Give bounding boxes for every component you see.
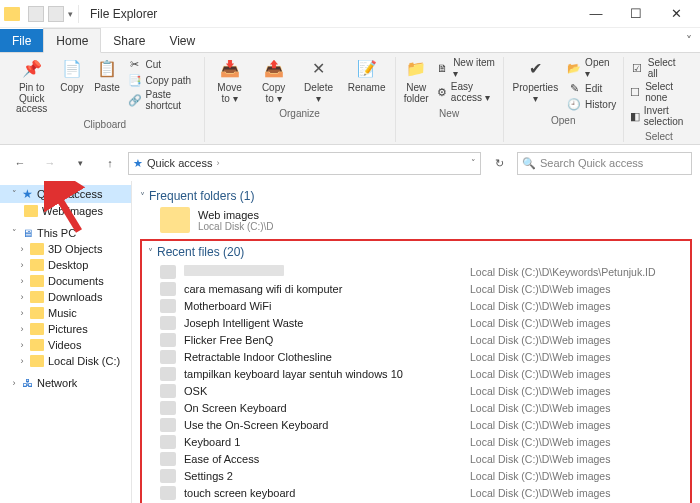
sidebar-item[interactable]: ›Documents: [0, 273, 131, 289]
recent-file-item[interactable]: Keyboard 1Local Disk (C:)\D\Web images: [148, 433, 684, 450]
sidebar-item-quick-access[interactable]: ˅★ Quick access: [0, 185, 131, 203]
group-label: New: [439, 106, 459, 119]
recent-file-item[interactable]: OSKLocal Disk (C:)\D\Web images: [148, 382, 684, 399]
close-button[interactable]: ✕: [656, 0, 696, 28]
new-item-button[interactable]: 🗎New item ▾: [437, 57, 497, 79]
ribbon-tabs: File Home Share View ˅: [0, 28, 700, 53]
qat-dropdown[interactable]: ▾: [68, 9, 73, 19]
sidebar-item[interactable]: ›Videos: [0, 337, 131, 353]
select-all-button[interactable]: ☑Select all: [630, 57, 688, 79]
group-label: Open: [551, 113, 575, 126]
recent-file-item[interactable]: Retractable Indoor ClotheslineLocal Disk…: [148, 348, 684, 365]
forward-button[interactable]: →: [38, 151, 62, 175]
address-dropdown[interactable]: ˅: [471, 158, 476, 168]
cut-button[interactable]: ✂Cut: [128, 57, 198, 71]
sidebar-item[interactable]: ›Downloads: [0, 289, 131, 305]
qat-button[interactable]: [28, 6, 44, 22]
file-name: Keyboard 1: [184, 436, 470, 448]
recent-file-item[interactable]: tampilkan keyboard layar sentuh windows …: [148, 365, 684, 382]
breadcrumb[interactable]: ★ Quick access › ˅: [128, 152, 481, 175]
folder-icon: [30, 275, 44, 287]
paste-shortcut-button[interactable]: 🔗Paste shortcut: [128, 89, 198, 111]
recent-file-item[interactable]: Ease of AccessLocal Disk (C:)\D\Web imag…: [148, 450, 684, 467]
properties-icon: ✔: [523, 57, 547, 81]
group-label: Select: [645, 129, 673, 142]
copy-button[interactable]: 📄 Copy: [57, 57, 86, 94]
recent-file-item[interactable]: Settings 2Local Disk (C:)\D\Web images: [148, 467, 684, 484]
folder-icon: [30, 243, 44, 255]
copy-to-icon: 📤: [262, 57, 286, 81]
sidebar-item[interactable]: ›Local Disk (C:): [0, 353, 131, 369]
recent-files-header[interactable]: ˅ Recent files (20): [148, 245, 684, 259]
recent-file-item[interactable]: Flicker Free BenQLocal Disk (C:)\D\Web i…: [148, 331, 684, 348]
file-icon: [160, 452, 176, 466]
search-input[interactable]: 🔍 Search Quick access: [517, 152, 692, 175]
file-path: Local Disk (C:)\D\Web images: [470, 283, 610, 295]
recent-file-item[interactable]: Joseph Intelligent WasteLocal Disk (C:)\…: [148, 314, 684, 331]
refresh-button[interactable]: ↻: [487, 157, 511, 170]
open-button[interactable]: 📂Open ▾: [567, 57, 617, 79]
edit-button[interactable]: ✎Edit: [567, 81, 617, 95]
sidebar-item[interactable]: ›Music: [0, 305, 131, 321]
file-name: On Screen Keyboard: [184, 402, 470, 414]
select-none-button[interactable]: ☐Select none: [630, 81, 688, 103]
file-name: Joseph Intelligent Waste: [184, 317, 470, 329]
folder-icon: [30, 291, 44, 303]
sidebar-item-network[interactable]: ›🖧 Network: [0, 375, 131, 391]
breadcrumb-crumb[interactable]: Quick access: [147, 157, 212, 169]
sidebar-item-this-pc[interactable]: ˅🖥 This PC: [0, 225, 131, 241]
tab-home[interactable]: Home: [43, 28, 101, 53]
back-button[interactable]: ←: [8, 151, 32, 175]
folder-icon: [30, 323, 44, 335]
pc-icon: 🖥: [22, 227, 33, 239]
file-icon: [160, 265, 176, 279]
tab-share[interactable]: Share: [101, 29, 157, 52]
recent-file-item[interactable]: touch screen keyboardLocal Disk (C:)\D\W…: [148, 484, 684, 501]
sidebar-item-web-images[interactable]: Web images: [0, 203, 131, 219]
pin-to-quick-access-button[interactable]: 📌 Pin to Quick access: [12, 57, 51, 115]
copy-path-button[interactable]: 📑Copy path: [128, 73, 198, 87]
tab-view[interactable]: View: [157, 29, 207, 52]
maximize-button[interactable]: ☐: [616, 0, 656, 28]
delete-button[interactable]: ✕ Delete ▾: [299, 57, 339, 104]
recent-file-item[interactable]: On Screen KeyboardLocal Disk (C:)\D\Web …: [148, 399, 684, 416]
copy-to-button[interactable]: 📤 Copy to ▾: [255, 57, 293, 104]
frequent-folders-header[interactable]: ˅ Frequent folders (1): [140, 189, 692, 203]
sidebar-item[interactable]: ›3D Objects: [0, 241, 131, 257]
move-to-button[interactable]: 📥 Move to ▾: [211, 57, 249, 104]
frequent-folder-item[interactable]: Web images Local Disk (C:)\D: [160, 207, 692, 233]
file-icon: [160, 282, 176, 296]
ribbon-collapse-button[interactable]: ˅: [678, 30, 700, 52]
file-icon: [160, 435, 176, 449]
history-button[interactable]: 🕘History: [567, 97, 617, 111]
sidebar-item[interactable]: ›Pictures: [0, 321, 131, 337]
folder-icon: [160, 207, 190, 233]
easy-access-button[interactable]: ⚙Easy access ▾: [437, 81, 497, 103]
recent-file-item[interactable]: cara memasang wifi di komputerLocal Disk…: [148, 280, 684, 297]
paste-button[interactable]: 📋 Paste: [92, 57, 121, 94]
sidebar-item[interactable]: ›Desktop: [0, 257, 131, 273]
paste-icon: 📋: [95, 57, 119, 81]
invert-selection-button[interactable]: ◧Invert selection: [630, 105, 688, 127]
rename-button[interactable]: 📝 Rename: [345, 57, 389, 94]
file-icon: [160, 469, 176, 483]
file-path: Local Disk (C:)\D\Web images: [470, 453, 610, 465]
file-path: Local Disk (C:)\D\Web images: [470, 436, 610, 448]
folder-icon: [24, 205, 38, 217]
recent-file-item[interactable]: Local Disk (C:)\D\Keywords\Petunjuk.ID: [148, 263, 684, 280]
quick-access-icon: ★: [133, 157, 143, 170]
tab-file[interactable]: File: [0, 29, 43, 52]
recent-file-item[interactable]: Motherboard WiFiLocal Disk (C:)\D\Web im…: [148, 297, 684, 314]
qat-button[interactable]: [48, 6, 64, 22]
recent-locations-button[interactable]: ▾: [68, 151, 92, 175]
file-path: Local Disk (C:)\D\Web images: [470, 334, 610, 346]
new-folder-button[interactable]: 📁 New folder: [402, 57, 431, 104]
chevron-down-icon: ˅: [148, 247, 153, 258]
ribbon-group-clipboard: 📌 Pin to Quick access 📄 Copy 📋 Paste ✂Cu…: [6, 57, 204, 142]
properties-button[interactable]: ✔ Properties ▾: [510, 57, 561, 104]
up-button[interactable]: ↑: [98, 151, 122, 175]
file-name: cara memasang wifi di komputer: [184, 283, 470, 295]
recent-file-item[interactable]: Use the On-Screen KeyboardLocal Disk (C:…: [148, 416, 684, 433]
minimize-button[interactable]: ―: [576, 0, 616, 28]
folder-path: Local Disk (C:)\D: [198, 221, 274, 232]
